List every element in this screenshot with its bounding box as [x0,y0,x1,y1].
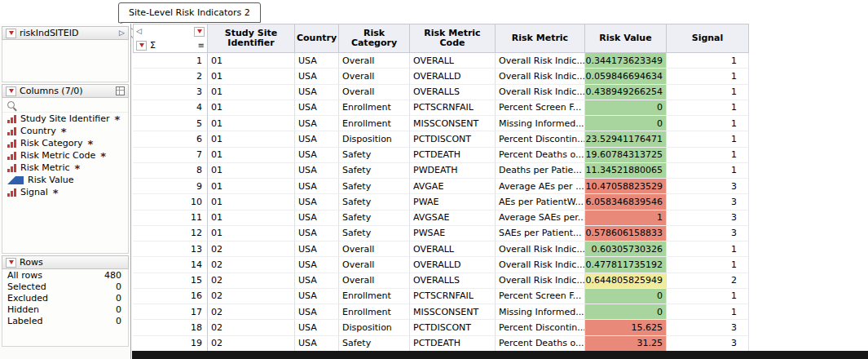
study-site-cell[interactable]: 01 [208,194,295,210]
country-cell[interactable]: USA [295,116,339,131]
risk-category-cell[interactable]: Overall [339,69,410,84]
tab-site-level-risk-indicators[interactable]: Site-Level Risk Indicators 2 [118,2,261,23]
study-site-cell[interactable]: 01 [208,179,295,194]
country-cell[interactable]: USA [295,148,339,163]
country-cell[interactable]: USA [295,85,339,100]
country-cell[interactable]: USA [295,211,339,226]
country-cell[interactable]: USA [295,257,339,273]
column-list-item[interactable]: Risk Metric * [2,162,128,174]
risk-metric-code-cell[interactable]: PCTDISCONT [410,131,496,147]
risk-category-cell[interactable]: Safety [339,179,410,194]
risk-category-cell[interactable]: Overall [339,242,410,257]
row-list-icon[interactable]: ≡ [198,42,205,50]
row-number-cell[interactable]: 13 [133,242,208,257]
risk-category-cell[interactable]: Overall [339,273,410,289]
signal-cell[interactable]: 1 [667,131,749,147]
risk-value-cell[interactable]: 0 [585,304,667,320]
risk-metric-code-cell[interactable]: AVGSAE [410,211,496,226]
study-site-cell[interactable]: 01 [208,131,295,147]
column-list-item[interactable]: Country * [2,125,128,137]
row-number-cell[interactable]: 7 [133,148,208,163]
signal-cell[interactable]: 3 [667,194,749,210]
risk-value-cell[interactable]: 0 [585,289,667,304]
row-number-cell[interactable]: 11 [133,211,208,226]
signal-cell[interactable]: 1 [667,304,749,320]
risk-category-cell[interactable]: Safety [339,163,410,179]
signal-cell[interactable]: 3 [667,211,749,226]
country-cell[interactable]: USA [295,194,339,210]
risk-metric-code-cell[interactable]: OVERALLD [410,69,496,84]
country-cell[interactable]: USA [295,100,339,116]
row-number-cell[interactable]: 9 [133,179,208,194]
risk-value-cell[interactable]: 11.34521880065 [585,163,667,179]
risk-metric-code-cell[interactable]: PCTDEATH [410,336,496,352]
column-header-study-site-identifier[interactable]: Study Site Identifier [208,24,295,53]
risk-metric-code-cell[interactable]: PCTDEATH [410,148,496,163]
red-triangle-menu-icon[interactable] [6,258,16,268]
signal-cell[interactable]: 1 [667,257,749,273]
risk-category-cell[interactable]: Enrollment [339,100,410,116]
risk-value-cell[interactable]: 0.059846694634 [585,69,667,84]
risk-category-cell[interactable]: Safety [339,148,410,163]
study-site-cell[interactable]: 01 [208,211,295,226]
country-cell[interactable]: USA [295,336,339,352]
risk-metric-code-cell[interactable]: OVERALL [410,242,496,257]
study-site-cell[interactable]: 02 [208,320,295,335]
risk-metric-code-cell[interactable]: OVERALL [410,53,496,69]
rows-stat-item[interactable]: Labeled 0 [2,315,128,326]
risk-value-cell[interactable]: 1 [585,211,667,226]
study-site-cell[interactable]: 02 [208,257,295,273]
row-number-cell[interactable]: 4 [133,100,208,116]
rows-stat-item[interactable]: Excluded 0 [2,292,128,304]
risk-metric-cell[interactable]: Missing Informed... [496,116,585,131]
column-header-risk-category[interactable]: Risk Category [339,24,410,53]
risk-value-cell[interactable]: 31.25 [585,336,667,352]
column-list-item[interactable]: Signal * [2,186,128,198]
country-cell[interactable]: USA [295,289,339,304]
risk-value-cell[interactable]: 0.578606158833 [585,226,667,242]
risk-metric-cell[interactable]: Percent Discontin... [496,320,585,335]
risk-metric-cell[interactable]: AEs per PatientW... [496,194,585,210]
risk-metric-cell[interactable]: Percent Deaths o... [496,148,585,163]
signal-cell[interactable]: 3 [667,226,749,242]
signal-cell[interactable]: 1 [667,53,749,69]
column-view-settings-icon[interactable] [116,86,125,95]
column-header-signal[interactable]: Signal [667,24,749,53]
row-number-cell[interactable]: 5 [133,116,208,131]
signal-cell[interactable]: 1 [667,100,749,116]
risk-metric-code-cell[interactable]: MISSCONSENT [410,304,496,320]
country-cell[interactable]: USA [295,53,339,69]
rows-stat-item[interactable]: Selected 0 [2,281,128,292]
risk-metric-cell[interactable]: Average SAEs per... [496,211,585,226]
study-site-cell[interactable]: 02 [208,304,295,320]
risk-metric-code-cell[interactable]: PCTSCRNFAIL [410,289,496,304]
row-number-cell[interactable]: 8 [133,163,208,179]
risk-metric-cell[interactable]: Percent Screen F... [496,100,585,116]
column-header-risk-metric-code[interactable]: Risk Metric Code [410,24,496,53]
column-list-item[interactable]: Risk Metric Code * [2,149,128,162]
signal-cell[interactable]: 3 [667,179,749,194]
sigma-icon[interactable]: Σ [150,41,156,50]
country-cell[interactable]: USA [295,320,339,335]
risk-metric-cell[interactable]: Overall Risk Indic... [496,273,585,289]
country-cell[interactable]: USA [295,163,339,179]
row-number-cell[interactable]: 16 [133,289,208,304]
study-site-cell[interactable]: 01 [208,53,295,69]
rows-stat-item[interactable]: Hidden 0 [2,304,128,315]
risk-value-cell[interactable]: 23.52941176471 [585,131,667,147]
signal-cell[interactable]: 3 [667,320,749,335]
column-header-risk-value[interactable]: Risk Value [585,24,667,53]
risk-category-cell[interactable]: Disposition [339,131,410,147]
country-cell[interactable]: USA [295,273,339,289]
country-cell[interactable]: USA [295,131,339,147]
risk-metric-code-cell[interactable]: AVGAE [410,179,496,194]
study-site-cell[interactable]: 01 [208,69,295,84]
risk-metric-code-cell[interactable]: PWDEATH [410,163,496,179]
risk-metric-code-cell[interactable]: OVERALLS [410,273,496,289]
risk-value-cell[interactable]: 15.625 [585,320,667,335]
risk-metric-code-cell[interactable]: PCTDISCONT [410,320,496,335]
signal-cell[interactable]: 1 [667,163,749,179]
column-list-item[interactable]: Study Site Identifier * [2,113,128,125]
risk-metric-cell[interactable]: Percent Screen F... [496,289,585,304]
risk-value-cell[interactable]: 10.47058823529 [585,179,667,194]
